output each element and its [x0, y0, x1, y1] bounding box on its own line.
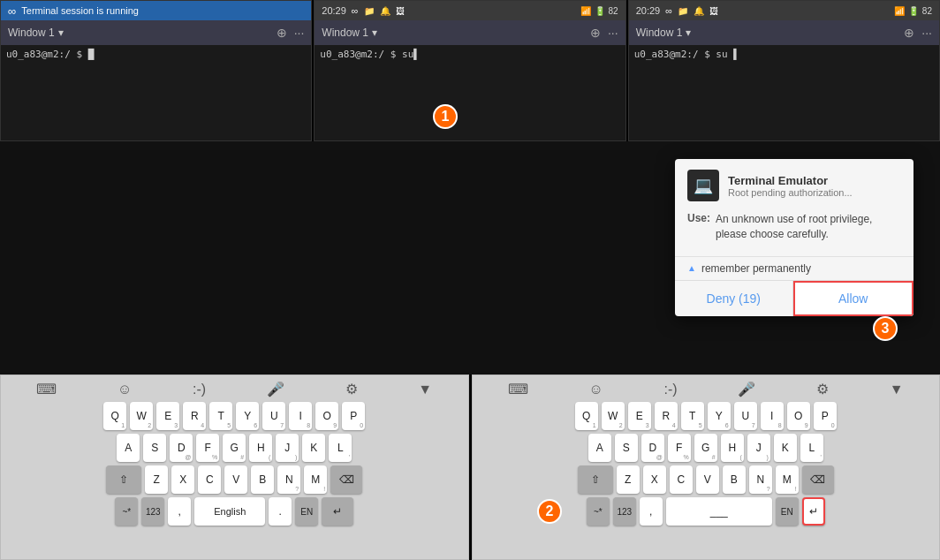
key-e[interactable]: E3	[156, 402, 179, 430]
key-h-2[interactable]: H(	[721, 434, 744, 462]
keyboard-toolbar-2: ⌨ ☺ :-) 🎤 ⚙ ▼	[474, 379, 938, 399]
step-badge-1: 1	[433, 104, 458, 129]
key-en-2[interactable]: EN	[776, 497, 799, 526]
root-auth-dialog: 💻 Terminal Emulator Root pending authori…	[675, 159, 913, 316]
key-m[interactable]: M!	[304, 465, 327, 494]
key-123-1[interactable]: 123	[141, 497, 164, 526]
key-q-2[interactable]: Q1	[575, 402, 598, 430]
key-j[interactable]: J)	[276, 434, 299, 462]
emoticon-icon-1[interactable]: :-)	[193, 382, 206, 397]
arrow-icon-2[interactable]: ▼	[890, 382, 904, 397]
key-w[interactable]: W2	[130, 402, 153, 430]
dialog-header: 💻 Terminal Emulator Root pending authori…	[675, 159, 913, 208]
key-y-2[interactable]: Y6	[708, 402, 731, 430]
key-f[interactable]: F%	[196, 434, 219, 462]
key-h[interactable]: H(	[249, 434, 272, 462]
mic-icon-1[interactable]: 🎤	[267, 381, 284, 397]
emoji-icon-1[interactable]: ☺	[118, 382, 132, 397]
dialog-app-info: Terminal Emulator Root pending authoriza…	[728, 174, 853, 198]
key-d-2[interactable]: D@	[641, 434, 664, 462]
key-shift-2[interactable]: ⇧	[578, 465, 613, 494]
key-b[interactable]: B	[251, 465, 274, 494]
add-window-icon-3[interactable]: ⊕	[904, 26, 914, 40]
key-v-2[interactable]: V	[696, 465, 719, 494]
key-english-1[interactable]: English	[194, 497, 265, 526]
settings-icon-2[interactable]: ⚙	[816, 381, 829, 397]
key-c[interactable]: C	[198, 465, 221, 494]
key-u[interactable]: U7	[262, 402, 285, 430]
key-b-2[interactable]: B	[723, 465, 746, 494]
key-p[interactable]: P0	[342, 402, 365, 430]
key-o[interactable]: O9	[315, 402, 338, 430]
key-s[interactable]: S	[143, 434, 166, 462]
key-comma-1[interactable]: ,	[168, 497, 191, 526]
key-r[interactable]: R4	[183, 402, 206, 430]
key-g[interactable]: G#	[223, 434, 246, 462]
key-a-2[interactable]: A	[588, 434, 611, 462]
key-enter-2[interactable]: ↵	[802, 497, 825, 526]
key-e-2[interactable]: E3	[628, 402, 651, 430]
key-backspace-1[interactable]: ⌫	[330, 465, 362, 494]
add-window-icon-1[interactable]: ⊕	[277, 26, 287, 40]
key-x[interactable]: X	[171, 465, 194, 494]
key-n[interactable]: N?	[277, 465, 300, 494]
key-d[interactable]: D@	[170, 434, 193, 462]
add-window-icon-2[interactable]: ⊕	[590, 26, 601, 40]
deny-button[interactable]: Deny (19)	[675, 281, 793, 316]
key-enter-1[interactable]: ↵	[322, 497, 353, 526]
titlebar-2: Window 1 ▾ ⊕ ···	[315, 20, 625, 45]
settings-icon-1[interactable]: ⚙	[345, 381, 358, 397]
dialog-body: Use: An unknown use of root privilege, p…	[675, 208, 913, 256]
key-k-2[interactable]: K	[774, 434, 797, 462]
key-o-2[interactable]: O9	[787, 402, 810, 430]
key-l[interactable]: L'	[329, 434, 352, 462]
mic-icon-2[interactable]: 🎤	[738, 381, 755, 397]
more-icon-1[interactable]: ···	[294, 26, 305, 40]
keyboard-icon-2[interactable]: ⌨	[508, 381, 528, 397]
key-k[interactable]: K	[302, 434, 325, 462]
key-row-zm: ⇧ Z X C V B N? M! ⌫	[3, 465, 466, 494]
emoji-icon-2[interactable]: ☺	[589, 382, 603, 397]
key-r-2[interactable]: R4	[655, 402, 678, 430]
key-row-al: A S D@ F% G# H( J) K L'	[3, 434, 466, 462]
key-n-2[interactable]: N?	[749, 465, 772, 494]
key-space-2[interactable]: ___	[666, 497, 772, 526]
key-f-2[interactable]: F%	[668, 434, 691, 462]
key-y[interactable]: Y6	[236, 402, 259, 430]
key-a[interactable]: A	[117, 434, 140, 462]
key-x-2[interactable]: X	[643, 465, 666, 494]
key-i[interactable]: I8	[289, 402, 312, 430]
key-u-2[interactable]: U7	[734, 402, 757, 430]
key-v[interactable]: V	[224, 465, 247, 494]
more-icon-3[interactable]: ···	[921, 26, 932, 40]
key-i-2[interactable]: I8	[761, 402, 784, 430]
key-t-2[interactable]: T5	[681, 402, 704, 430]
arrow-icon-1[interactable]: ▼	[418, 382, 432, 397]
key-l-2[interactable]: L'	[800, 434, 823, 462]
key-comma-2[interactable]: ,	[640, 497, 663, 526]
key-en-1[interactable]: EN	[295, 497, 318, 526]
key-p-2[interactable]: P0	[814, 402, 837, 430]
key-w-2[interactable]: W2	[602, 402, 625, 430]
key-q[interactable]: Q1	[103, 402, 126, 430]
key-123-2[interactable]: 123	[613, 497, 636, 526]
key-backspace-2[interactable]: ⌫	[802, 465, 834, 494]
key-period-1[interactable]: .	[269, 497, 292, 526]
keyboard-icon-1[interactable]: ⌨	[36, 381, 57, 397]
key-s-2[interactable]: S	[615, 434, 638, 462]
key-c-2[interactable]: C	[670, 465, 693, 494]
key-tilde-star-1[interactable]: ~*	[115, 497, 138, 526]
tb-actions-3: ⊕ ···	[904, 26, 932, 40]
more-icon-2[interactable]: ···	[608, 26, 618, 40]
emoticon-icon-2[interactable]: :-)	[664, 382, 678, 397]
key-z[interactable]: Z	[145, 465, 168, 494]
key-t[interactable]: T5	[209, 402, 232, 430]
key-j-2[interactable]: J)	[747, 434, 770, 462]
key-g-2[interactable]: G#	[694, 434, 717, 462]
allow-button[interactable]: Allow	[793, 281, 914, 316]
key-shift-1[interactable]: ⇧	[106, 465, 141, 494]
key-m-2[interactable]: M!	[776, 465, 799, 494]
key-z-2[interactable]: Z	[617, 465, 640, 494]
sd-icon-2: 📁	[364, 6, 375, 16]
key-tilde-star-2[interactable]: ~*	[587, 497, 610, 526]
